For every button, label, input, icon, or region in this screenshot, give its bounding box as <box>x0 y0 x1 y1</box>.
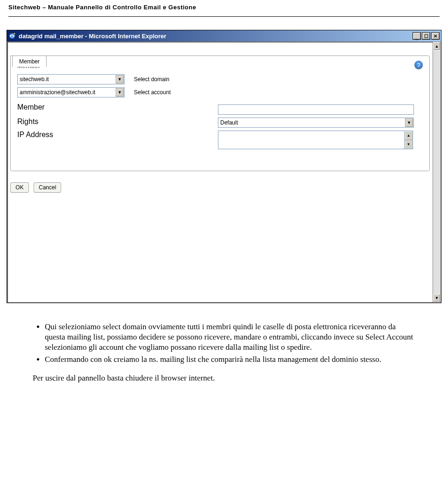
body-text: Qui selezioniamo select domain ovviament… <box>33 322 415 383</box>
page-title: Sitechweb – Manuale Pannello di Controll… <box>8 4 196 11</box>
ie-window: datagrid mail_member - Microsoft Interne… <box>7 30 441 303</box>
scroll-up-icon[interactable]: ▲ <box>433 42 441 50</box>
arrow-up-icon[interactable]: ▲ <box>405 131 413 140</box>
account-label: Select account <box>134 89 171 96</box>
minimize-button[interactable]: _ <box>413 32 421 40</box>
cancel-button[interactable]: Cancel <box>34 182 61 193</box>
account-select-value: amministrazione@sitechweb.it <box>20 89 95 96</box>
ok-button[interactable]: OK <box>10 182 29 193</box>
bullet-2: Confermando con ok creiamo la ns. mailin… <box>45 354 415 365</box>
arrow-down-icon[interactable]: ▼ <box>405 140 413 149</box>
chevron-down-icon[interactable]: ▼ <box>116 88 124 97</box>
header-rule <box>8 16 440 17</box>
content-area: Member Member ? sitechweb.it ▼ Select do… <box>7 42 433 303</box>
maximize-button[interactable]: ☐ <box>422 32 430 40</box>
domain-label: Select domain <box>134 76 169 83</box>
vertical-scrollbar[interactable]: ▲ ▼ <box>433 42 441 303</box>
scroll-track[interactable] <box>433 50 441 294</box>
tab-member[interactable]: Member <box>12 55 47 67</box>
chevron-down-icon[interactable]: ▼ <box>405 118 413 127</box>
titlebar: datagrid mail_member - Microsoft Interne… <box>7 30 441 42</box>
close-button[interactable]: ✕ <box>431 32 440 40</box>
rights-value: Default <box>220 119 238 126</box>
rights-select[interactable]: Default ▼ <box>218 118 414 128</box>
footer-paragraph: Per uscire dal pannello basta chiudere i… <box>33 373 415 383</box>
ip-input[interactable] <box>218 131 405 149</box>
rights-label: Rights <box>17 118 218 128</box>
svg-point-1 <box>14 33 15 35</box>
ie-icon <box>8 32 16 40</box>
window-title: datagrid mail_member - Microsoft Interne… <box>19 33 413 40</box>
tab-label: Member <box>19 58 40 65</box>
ip-label: IP Address <box>17 131 218 149</box>
help-icon[interactable]: ? <box>414 61 423 69</box>
bullet-1: Qui selezioniamo select domain ovviament… <box>45 322 415 353</box>
chevron-down-icon[interactable]: ▼ <box>116 75 124 83</box>
scroll-down-icon[interactable]: ▼ <box>433 294 441 302</box>
account-select[interactable]: amministrazione@sitechweb.it ▼ <box>17 87 125 97</box>
page-header: Sitechweb – Manuale Pannello di Controll… <box>0 0 448 14</box>
member-input[interactable] <box>218 104 414 115</box>
ip-spinner: ▲ ▼ <box>405 131 413 149</box>
domain-select[interactable]: sitechweb.it ▼ <box>17 74 125 84</box>
member-label: Member <box>17 103 218 115</box>
panel-title: Member <box>17 62 423 69</box>
member-panel: Member ? sitechweb.it ▼ Select domain <box>10 55 430 171</box>
domain-select-value: sitechweb.it <box>20 76 49 83</box>
